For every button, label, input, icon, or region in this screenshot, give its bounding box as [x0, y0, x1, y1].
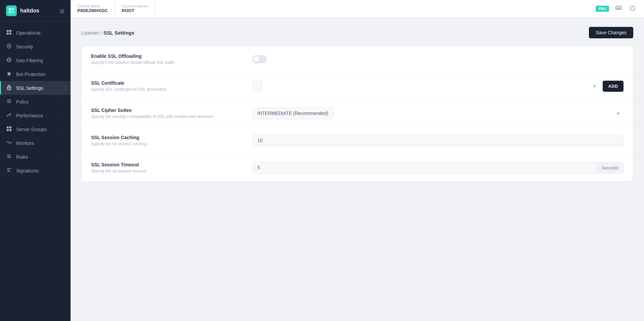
- sidebar-item-ssl-settings[interactable]: SSL Settings: [0, 81, 71, 95]
- topbar-power-button[interactable]: [628, 3, 637, 14]
- ssl-settings-icon: [6, 85, 12, 91]
- monitors-icon: [6, 140, 12, 146]
- sidebar-item-geo-filtering-label: Geo Filtering: [16, 58, 65, 63]
- sidebar-item-signatures[interactable]: Signatures: [0, 164, 71, 177]
- sidebar-item-performance[interactable]: Performance ›: [0, 109, 71, 122]
- current-stack-label: Current Stack: [77, 4, 108, 8]
- sidebar-item-monitors[interactable]: Monitors: [0, 136, 71, 150]
- ssl-offload-title: Enable SSL Offloading: [91, 53, 252, 59]
- save-changes-button[interactable]: Save Changes: [589, 27, 633, 38]
- svg-point-15: [9, 88, 10, 89]
- breadcrumb: Listener / SSL Settings: [81, 30, 134, 36]
- current-listener-label: Current Listener: [122, 4, 148, 8]
- svg-rect-27: [7, 170, 10, 170]
- sidebar-item-bot-protection[interactable]: Bot Protection: [0, 67, 71, 81]
- svg-rect-16: [7, 99, 11, 100]
- breadcrumb-active: SSL Settings: [103, 30, 134, 36]
- current-listener-value: ROOT: [122, 8, 148, 13]
- svg-rect-20: [9, 126, 11, 128]
- svg-rect-5: [9, 30, 11, 32]
- server-groups-arrow-icon: ›: [63, 127, 65, 131]
- ssl-certificate-title: SSL Certificate: [91, 80, 252, 86]
- breadcrumb-prefix: Listener /: [81, 30, 102, 36]
- ssl-offload-desc: Specify if the solution should offload S…: [91, 60, 252, 65]
- ssl-session-caching-label-group: SSL Session Caching Specify the ssl sess…: [91, 135, 252, 146]
- sidebar-item-policy[interactable]: Policy ›: [0, 95, 71, 109]
- sidebar-item-server-groups[interactable]: Server Groups ›: [0, 122, 71, 136]
- ssl-session-timeout-input[interactable]: [252, 162, 597, 174]
- server-groups-icon: [6, 126, 12, 132]
- current-listener-section: Current Listener ROOT: [115, 0, 155, 17]
- svg-rect-23: [7, 155, 11, 155]
- sidebar-navigation: Operational Security Geo Filtering Bot P…: [0, 22, 71, 321]
- svg-rect-0: [9, 8, 11, 10]
- sidebar-item-operational[interactable]: Operational: [0, 26, 71, 40]
- ssl-session-timeout-row: SSL Session Timeout Specify the ssl sess…: [82, 154, 633, 181]
- topbar-stack-info: Current Stack P9DE2WHXGC Current Listene…: [77, 0, 155, 17]
- ssl-session-timeout-desc: Specify the ssl session timeout: [91, 169, 252, 173]
- active-indicator: [0, 81, 1, 95]
- target-icon[interactable]: ◎: [60, 8, 65, 14]
- sidebar-item-rules[interactable]: Rules ›: [0, 150, 71, 164]
- logo-text: haltdos: [20, 8, 39, 14]
- svg-rect-24: [7, 156, 11, 157]
- ssl-session-timeout-wrapper: Seconds: [252, 162, 624, 174]
- ssl-certificate-select-wrapper: [252, 80, 600, 92]
- sidebar-item-server-groups-label: Server Groups: [16, 127, 59, 132]
- ssl-session-caching-row: SSL Session Caching Specify the ssl sess…: [82, 127, 633, 154]
- rules-icon: [6, 154, 12, 160]
- sidebar-item-performance-label: Performance: [16, 113, 59, 118]
- svg-point-9: [8, 45, 10, 47]
- svg-rect-2: [9, 11, 11, 13]
- svg-rect-22: [9, 129, 11, 131]
- ssl-certificate-row: SSL Certificate Specify SSL certificate …: [82, 73, 633, 100]
- ssl-cipher-title: SSL Cipher Suites: [91, 108, 252, 113]
- ssl-session-caching-control: [252, 134, 624, 147]
- ssl-session-timeout-label-group: SSL Session Timeout Specify the ssl sess…: [91, 162, 252, 173]
- performance-arrow-icon: ›: [63, 114, 65, 118]
- topbar: Current Stack P9DE2WHXGC Current Listene…: [71, 0, 644, 17]
- svg-rect-29: [616, 6, 621, 9]
- ssl-certificate-select[interactable]: [252, 80, 262, 92]
- content-area: Listener / SSL Settings Save Changes Ena…: [71, 17, 644, 321]
- ssl-certificate-label-group: SSL Certificate Specify SSL certificate …: [91, 80, 252, 92]
- sidebar-item-bot-protection-label: Bot Protection: [16, 72, 65, 77]
- ssl-cipher-select[interactable]: INTERMEDIATE (Recommended) MODERN OLD (C…: [252, 107, 334, 119]
- topbar-keyboard-button[interactable]: [614, 3, 623, 14]
- sidebar-item-monitors-label: Monitors: [16, 141, 65, 146]
- sidebar-item-security[interactable]: Security: [0, 40, 71, 53]
- svg-rect-28: [7, 171, 10, 172]
- ssl-session-caching-input[interactable]: [252, 134, 624, 147]
- ssl-cipher-select-wrapper: INTERMEDIATE (Recommended) MODERN OLD (C…: [252, 107, 624, 119]
- svg-rect-26: [7, 168, 11, 169]
- logo-icon: [6, 5, 17, 16]
- ssl-offload-control: [252, 55, 624, 63]
- ssl-offload-row: Enable SSL Offloading Specify if the sol…: [82, 46, 633, 73]
- sidebar-item-operational-label: Operational: [16, 30, 65, 36]
- svg-rect-6: [7, 33, 9, 35]
- ssl-certificate-desc: Specify SSL certificate for SSL terminat…: [91, 87, 252, 92]
- ssl-offload-label-group: Enable SSL Offloading Specify if the sol…: [91, 53, 252, 65]
- policy-arrow-icon: ›: [63, 100, 65, 104]
- svg-rect-7: [9, 33, 11, 35]
- ssl-offload-toggle[interactable]: [252, 55, 267, 63]
- ssl-session-timeout-unit: Seconds: [596, 162, 624, 174]
- sidebar: haltdos ◎ Operational Security Geo Filte…: [0, 0, 71, 321]
- sidebar-item-ssl-settings-label: SSL Settings: [16, 85, 65, 91]
- ssl-session-timeout-title: SSL Session Timeout: [91, 162, 252, 167]
- sidebar-item-geo-filtering[interactable]: Geo Filtering: [0, 53, 71, 67]
- svg-rect-3: [12, 11, 14, 13]
- svg-rect-21: [7, 129, 9, 131]
- svg-rect-19: [7, 126, 9, 128]
- ssl-certificate-control: ADD: [252, 80, 624, 92]
- current-stack-section: Current Stack P9DE2WHXGC: [77, 0, 115, 17]
- ssl-cipher-suites-row: SSL Cipher Suites Specify the security /…: [82, 100, 633, 127]
- ssl-certificate-add-button[interactable]: ADD: [603, 81, 624, 92]
- sidebar-item-policy-label: Policy: [16, 99, 59, 105]
- page-header: Listener / SSL Settings Save Changes: [81, 27, 633, 38]
- svg-rect-18: [7, 102, 11, 103]
- svg-marker-13: [7, 71, 11, 76]
- svg-rect-4: [7, 30, 9, 32]
- rules-arrow-icon: ›: [63, 155, 65, 159]
- sidebar-item-rules-label: Rules: [16, 154, 59, 160]
